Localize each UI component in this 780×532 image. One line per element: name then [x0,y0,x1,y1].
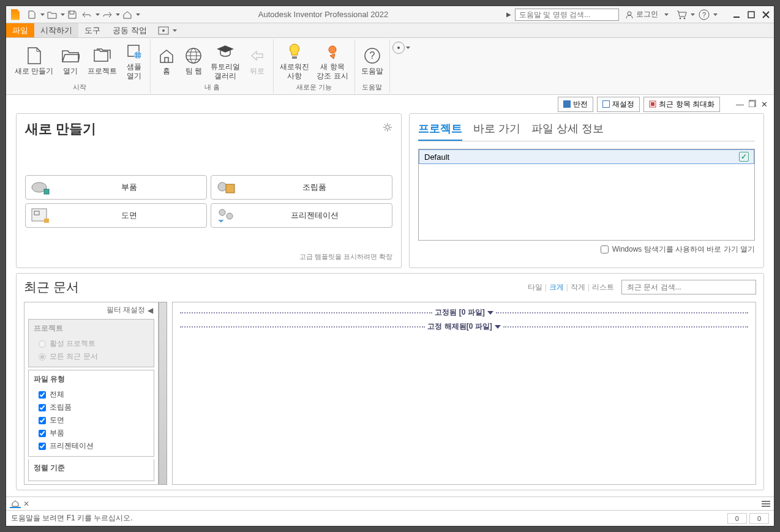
filter-reset-button[interactable]: 필터 재설정 ◀ [24,302,158,318]
view-large[interactable]: 크게 [549,282,564,293]
ribbon-tab-start[interactable]: 시작하기 [34,23,78,37]
dropdown-arrow-icon[interactable] [136,13,140,16]
home-icon[interactable] [122,9,133,20]
template-grid: 부품 조립품 도면 프리젠테이션 [25,175,392,228]
dropdown-arrow-icon[interactable] [691,13,695,16]
panel-restore-button[interactable] [749,100,756,109]
invert-button[interactable]: 반전 [558,97,593,112]
new-button[interactable]: 새로 만들기 [11,39,57,83]
advanced-template-hint[interactable]: 고급 템플릿을 표시하려면 확장 [25,252,392,261]
dropdown-arrow-icon[interactable] [61,13,65,16]
checkbox-input[interactable] [39,443,46,450]
dropdown-arrow-icon[interactable] [713,13,718,16]
opt-label: 도면 [50,415,64,425]
pinned-group-header[interactable]: 고정됨 [0 파일] [178,307,751,318]
status-message: 도움말을 보려면 F1 키를 누르십시오. [11,513,133,523]
template-drawing-button[interactable]: 도면 [25,203,207,228]
team-web-button[interactable]: 팀 웹 [180,39,207,83]
tab-shortcuts[interactable]: 바로 가기 [473,120,520,141]
view-list[interactable]: 리스트 [592,282,614,293]
svg-point-1 [680,17,681,19]
panel-minimize-button[interactable]: — [736,100,744,109]
tab-file-details[interactable]: 파일 상세 정보 [531,120,604,141]
ribbon-tab-tools[interactable]: 도구 [78,23,107,37]
checkbox-input[interactable] [601,245,609,253]
dropdown-arrow-icon[interactable] [40,13,45,16]
qat-redo[interactable] [100,9,120,20]
undo-icon[interactable] [81,9,92,20]
opt-label: 프리젠테이션 [50,441,94,451]
qat-open[interactable] [45,9,65,20]
maximize-button[interactable] [747,10,756,19]
checkbox-input[interactable] [39,430,46,437]
checkbox-input[interactable] [39,404,46,411]
recent-search-input[interactable] [621,280,756,294]
panel-close-button[interactable]: ✕ [761,100,768,109]
dropdown-arrow-icon[interactable] [96,13,100,16]
ribbon-extras[interactable] [158,23,177,37]
scrollbar[interactable] [159,302,167,485]
titlebar-right: ▶ 로그인 ? [506,8,774,21]
qat-new[interactable] [24,9,45,20]
close-button[interactable] [762,10,770,19]
whats-new-button[interactable]: 새로워진 사항 [276,39,313,83]
qat-home[interactable] [120,9,140,20]
opt-presentation[interactable]: 프리젠테이션 [34,440,149,452]
opt-all[interactable]: 전체 [34,388,149,401]
home-button[interactable]: 홈 [153,39,180,83]
dropdown-arrow-icon[interactable] [116,13,120,16]
ribbon-content: 새로 만들기 열기 프로젝트 샘플 열기 시작 [6,38,774,95]
part-icon [29,178,51,197]
sample-open-button[interactable]: 샘플 열기 [121,39,148,83]
redo-icon[interactable] [102,9,113,20]
view-small[interactable]: 작게 [571,282,585,293]
view-tile[interactable]: 타일 [528,282,542,293]
checkbox-input[interactable] [39,417,46,424]
user-icon [625,10,634,19]
gear-icon[interactable] [383,122,392,132]
new-file-icon[interactable] [26,9,37,20]
help-search-input[interactable] [515,9,619,21]
template-assembly-button[interactable]: 조립품 [211,175,392,200]
unpinned-group-header[interactable]: 고정 해제됨[0 파일] [178,321,751,332]
opt-assembly[interactable]: 조립품 [34,401,149,414]
chevron-down-icon[interactable] [487,311,493,315]
hamburger-button[interactable] [757,501,770,507]
dropdown-arrow-icon[interactable] [406,47,410,49]
cart-icon[interactable] [675,8,688,21]
project-list[interactable]: Default ✓ [418,149,755,241]
filter-group-project: 프로젝트 활성 프로젝트 모든 최근 문서 [28,319,154,367]
help-button[interactable]: ? 도움말 [358,39,387,83]
help-icon[interactable]: ? [697,8,711,21]
project-item-default[interactable]: Default ✓ [419,149,754,164]
home-tab[interactable] [10,500,21,508]
opt-part[interactable]: 부품 [34,427,149,440]
reset-button[interactable]: 재설정 [597,97,640,112]
save-icon[interactable] [67,9,78,20]
options-dropdown-button[interactable] [392,42,405,54]
ribbon-tab-collab[interactable]: 공동 작업 [107,23,153,37]
template-presentation-button[interactable]: 프리젠테이션 [211,203,392,228]
open-button[interactable]: 열기 [57,39,84,83]
template-part-button[interactable]: 부품 [25,175,207,200]
checkbox-input[interactable] [39,391,46,399]
opt-label: 부품 [50,428,64,438]
svg-rect-21 [602,100,610,108]
panel-help: ? 도움말 도움말 [355,39,390,93]
highlight-button[interactable]: 새 항목 강조 표시 [313,39,351,83]
ribbon-tab-file[interactable]: 파일 [6,23,34,37]
explorer-shortcut-checkbox[interactable]: Windows 탐색기를 사용하여 바로 가기 열기 [418,244,755,255]
qat-undo[interactable] [80,9,100,20]
open-folder-icon[interactable] [47,9,58,20]
btn-label: 홈 [163,67,170,75]
close-tab-icon[interactable]: ✕ [23,500,29,508]
tutorial-button[interactable]: 튜토리얼 갤러리 [207,39,244,83]
tab-projects[interactable]: 프로젝트 [418,120,462,141]
login-button[interactable]: 로그인 [621,9,672,20]
chevron-down-icon[interactable] [495,325,501,329]
projects-button[interactable]: 프로젝트 [84,39,121,83]
opt-drawing[interactable]: 도면 [34,414,149,427]
maximize-recent-button[interactable]: 최근 항목 최대화 [643,97,720,112]
search-arrow-icon[interactable]: ▶ [506,11,512,18]
minimize-button[interactable] [732,10,741,19]
